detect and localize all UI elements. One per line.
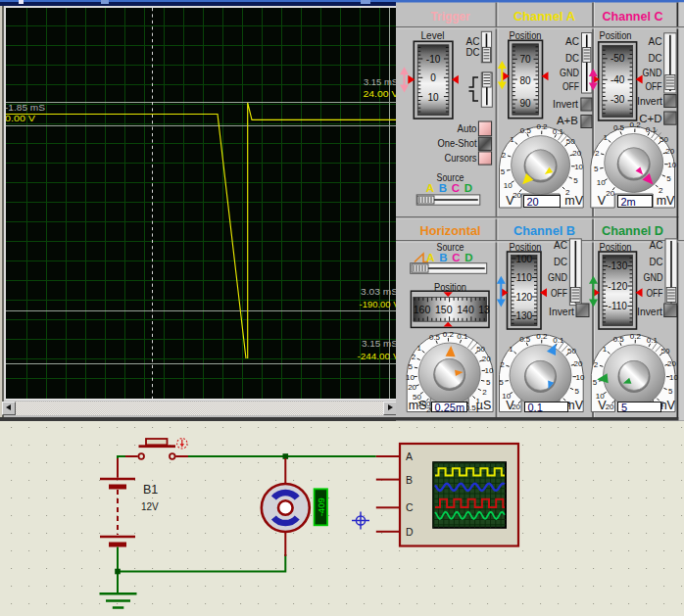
svg-text:V: V <box>598 399 607 412</box>
svg-text:0.1: 0.1 <box>646 125 658 134</box>
svg-text:1: 1 <box>509 345 513 354</box>
svg-text:0.1: 0.1 <box>457 332 468 341</box>
svg-text:20: 20 <box>667 359 676 368</box>
svg-text:2: 2 <box>412 353 416 361</box>
svg-text:DC: DC <box>649 52 662 64</box>
svg-text:20: 20 <box>606 403 614 411</box>
svg-text:2: 2 <box>500 360 505 369</box>
svg-text:mV: mV <box>564 194 583 208</box>
svg-text:160: 160 <box>414 304 431 315</box>
svg-text:10: 10 <box>576 373 585 382</box>
svg-text:C: C <box>452 182 460 194</box>
svg-text:DC: DC <box>554 256 567 267</box>
svg-text:Invert: Invert <box>549 306 575 317</box>
svg-text:3.15 mS: 3.15 mS <box>362 338 398 349</box>
svg-text:5: 5 <box>575 387 580 396</box>
svg-text:110: 110 <box>516 272 532 283</box>
svg-text:0.1: 0.1 <box>647 336 659 345</box>
svg-text:D: D <box>464 182 472 194</box>
svg-text:Channel C: Channel C <box>603 9 663 24</box>
svg-text:-120: -120 <box>608 281 627 292</box>
svg-text:5: 5 <box>499 378 504 387</box>
svg-text:1: 1 <box>603 133 608 142</box>
svg-text:Position: Position <box>600 29 632 41</box>
svg-text:-40: -40 <box>611 74 625 85</box>
svg-text:0.2: 0.2 <box>443 330 455 339</box>
svg-text:20: 20 <box>606 189 614 198</box>
svg-text:0.5: 0.5 <box>613 335 625 344</box>
svg-text:AC: AC <box>650 239 663 251</box>
svg-text:-1.85 mS: -1.85 mS <box>6 102 45 113</box>
svg-text:Horizontal: Horizontal <box>420 223 481 238</box>
svg-text:12V: 12V <box>141 501 159 512</box>
svg-text:10: 10 <box>574 163 583 171</box>
svg-text:-110: -110 <box>609 301 628 311</box>
svg-text:-10: -10 <box>426 54 441 65</box>
svg-text:1: 1 <box>416 344 421 353</box>
svg-text:0.2: 0.2 <box>630 120 642 129</box>
svg-text:D: D <box>406 526 414 538</box>
svg-text:10: 10 <box>669 373 678 382</box>
svg-text:B1: B1 <box>143 483 158 497</box>
svg-text:0.5: 0.5 <box>429 333 441 342</box>
svg-text:5: 5 <box>409 362 414 371</box>
svg-text:A+B: A+B <box>557 115 578 126</box>
svg-text:B: B <box>406 474 413 486</box>
svg-text:0.00 V: 0.00 V <box>6 113 36 123</box>
svg-text:Invert: Invert <box>637 95 663 107</box>
svg-text:50: 50 <box>567 347 576 355</box>
svg-text:20: 20 <box>572 149 581 158</box>
svg-text:AC: AC <box>565 35 579 47</box>
svg-text:10: 10 <box>406 373 415 382</box>
svg-text:Trigger: Trigger <box>431 9 471 24</box>
svg-text:20: 20 <box>574 359 583 368</box>
svg-text:DC: DC <box>466 46 480 58</box>
svg-text:130: 130 <box>515 310 532 321</box>
svg-text:0.2: 0.2 <box>536 122 548 131</box>
svg-text:B: B <box>439 182 447 194</box>
svg-text:Position: Position <box>510 29 542 41</box>
svg-text:90: 90 <box>520 98 532 109</box>
svg-text:GND: GND <box>548 271 567 283</box>
svg-text:5: 5 <box>594 165 599 173</box>
svg-text:C: C <box>452 252 460 263</box>
svg-text:0.2: 0.2 <box>536 332 548 341</box>
svg-text:DC: DC <box>650 256 663 267</box>
svg-text:50: 50 <box>476 345 485 354</box>
svg-text:Auto: Auto <box>458 122 477 134</box>
svg-text:1: 1 <box>603 345 608 354</box>
svg-text:20: 20 <box>408 383 416 392</box>
svg-text:Channel D: Channel D <box>602 223 663 238</box>
svg-text:5: 5 <box>666 174 671 183</box>
svg-text:A: A <box>426 252 434 263</box>
svg-text:One-Shot: One-Shot <box>438 137 478 149</box>
svg-text:Invert: Invert <box>637 306 663 317</box>
svg-text:Channel A: Channel A <box>513 9 575 24</box>
svg-text:10: 10 <box>504 181 513 190</box>
svg-text:-244.00 V: -244.00 V <box>358 351 399 361</box>
svg-text:D: D <box>464 252 472 263</box>
svg-text:OFF: OFF <box>647 287 663 299</box>
svg-text:GND: GND <box>643 67 662 78</box>
svg-text:70: 70 <box>520 54 532 65</box>
svg-text:2: 2 <box>595 149 600 158</box>
svg-text:2: 2 <box>594 360 599 369</box>
svg-text:mV: mV <box>657 194 675 208</box>
svg-text:20: 20 <box>482 355 491 363</box>
svg-text:0.1: 0.1 <box>553 336 564 345</box>
svg-text:10: 10 <box>485 366 494 375</box>
svg-text:120: 120 <box>515 292 532 303</box>
svg-text:2: 2 <box>502 151 507 160</box>
svg-text:GND: GND <box>560 67 579 78</box>
svg-text:10: 10 <box>428 92 440 103</box>
svg-text:AC: AC <box>554 239 567 251</box>
svg-text:DC: DC <box>565 52 579 64</box>
svg-text:5: 5 <box>486 378 491 387</box>
svg-text:0.1: 0.1 <box>553 127 564 136</box>
svg-text:OFF: OFF <box>551 287 567 299</box>
svg-text:C+D: C+D <box>639 113 661 124</box>
svg-text:-409: -409 <box>316 498 326 516</box>
svg-text:5: 5 <box>501 167 506 176</box>
svg-text:3.15 mS: 3.15 mS <box>364 76 398 87</box>
svg-text:AC: AC <box>649 35 662 47</box>
